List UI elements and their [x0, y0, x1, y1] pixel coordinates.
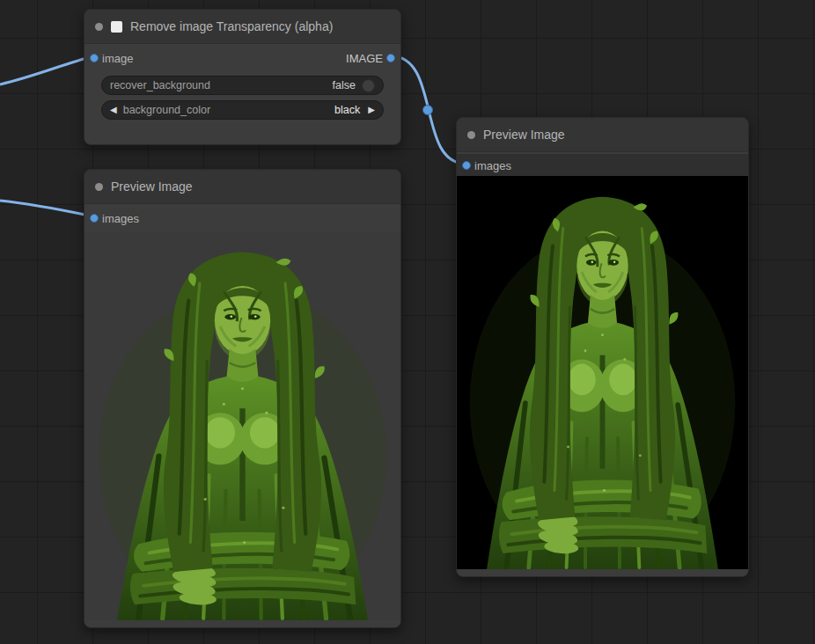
input-label: image: [102, 52, 133, 65]
preview-image-black-background: [457, 176, 748, 569]
node-header[interactable]: Remove image Transparency (alpha): [84, 10, 400, 44]
input-label: images: [474, 159, 511, 172]
toggle-knob[interactable]: [362, 79, 375, 92]
link-to-images-input-left: [0, 201, 93, 216]
link-to-image-input: [0, 56, 93, 84]
node-title: Preview Image: [483, 128, 565, 142]
node-header[interactable]: Preview Image: [84, 170, 400, 204]
link-image-to-preview-right: [392, 56, 466, 164]
widget-recover-background[interactable]: recover_background false: [101, 76, 384, 95]
output-label: IMAGE: [346, 52, 383, 65]
arrow-right-icon[interactable]: ▶: [368, 106, 375, 114]
collapse-dot-icon[interactable]: [95, 23, 103, 31]
node-title: Preview Image: [111, 179, 193, 194]
node-header[interactable]: Preview Image: [457, 118, 748, 152]
green-woman-artwork: [457, 176, 748, 569]
io-row: images: [84, 206, 400, 231]
widget-label: recover_background: [110, 79, 210, 91]
link-midpoint-dot[interactable]: [423, 106, 433, 115]
output-port-image[interactable]: [386, 54, 395, 62]
input-port-image[interactable]: [90, 54, 99, 62]
widget-value: false: [333, 79, 356, 91]
input-port-images[interactable]: [462, 161, 471, 170]
preview-image-gray-background: [84, 231, 400, 620]
io-row: images: [457, 154, 748, 177]
node-badge-icon: [111, 21, 122, 33]
io-row: image IMAGE: [84, 46, 400, 70]
green-woman-artwork: [84, 231, 400, 620]
input-label: images: [102, 212, 139, 225]
widget-label: background_color: [123, 104, 210, 116]
node-graph-canvas[interactable]: Remove image Transparency (alpha) image …: [0, 0, 815, 644]
arrow-left-icon[interactable]: ◀: [110, 106, 117, 114]
widget-background-color[interactable]: ◀ background_color black ▶: [101, 100, 384, 120]
node-remove-image-transparency[interactable]: Remove image Transparency (alpha) image …: [84, 9, 401, 145]
node-preview-image-right[interactable]: Preview Image images: [456, 117, 749, 577]
collapse-dot-icon[interactable]: [95, 183, 103, 191]
input-port-images[interactable]: [90, 214, 99, 223]
node-title: Remove image Transparency (alpha): [130, 19, 333, 33]
collapse-dot-icon[interactable]: [467, 131, 475, 139]
node-preview-image-left[interactable]: Preview Image images: [84, 169, 401, 628]
widget-value: black: [334, 104, 360, 116]
